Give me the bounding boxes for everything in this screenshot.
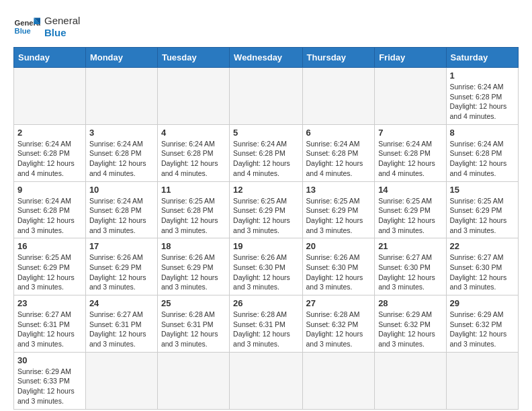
day-info: Sunrise: 6:25 AM Sunset: 6:29 PM Dayligh…	[233, 196, 298, 236]
calendar-cell: 24Sunrise: 6:27 AM Sunset: 6:31 PM Dayli…	[85, 295, 157, 353]
day-info: Sunrise: 6:27 AM Sunset: 6:31 PM Dayligh…	[89, 310, 154, 349]
calendar-cell: 25Sunrise: 6:28 AM Sunset: 6:31 PM Dayli…	[157, 295, 229, 353]
day-number: 12	[233, 185, 298, 195]
day-number: 8	[450, 128, 515, 138]
day-of-week-tuesday: Tuesday	[157, 48, 229, 68]
calendar-cell: 30Sunrise: 6:29 AM Sunset: 6:33 PM Dayli…	[14, 352, 86, 409]
calendar-week-0: 1Sunrise: 6:24 AM Sunset: 6:28 PM Daylig…	[14, 68, 519, 125]
calendar-cell: 2Sunrise: 6:24 AM Sunset: 6:28 PM Daylig…	[14, 124, 86, 181]
day-info: Sunrise: 6:26 AM Sunset: 6:29 PM Dayligh…	[89, 253, 154, 292]
day-info: Sunrise: 6:24 AM Sunset: 6:28 PM Dayligh…	[450, 139, 515, 179]
days-of-week-row: SundayMondayTuesdayWednesdayThursdayFrid…	[14, 48, 519, 68]
day-info: Sunrise: 6:25 AM Sunset: 6:29 PM Dayligh…	[450, 196, 515, 236]
day-number: 7	[378, 128, 442, 138]
day-number: 26	[233, 298, 298, 308]
day-info: Sunrise: 6:28 AM Sunset: 6:32 PM Dayligh…	[306, 310, 371, 349]
calendar-cell: 1Sunrise: 6:24 AM Sunset: 6:28 PM Daylig…	[446, 68, 518, 125]
day-number: 14	[378, 185, 442, 195]
calendar-cell: 20Sunrise: 6:26 AM Sunset: 6:30 PM Dayli…	[302, 238, 375, 295]
day-info: Sunrise: 6:27 AM Sunset: 6:30 PM Dayligh…	[378, 253, 442, 292]
calendar-week-5: 30Sunrise: 6:29 AM Sunset: 6:33 PM Dayli…	[14, 352, 519, 409]
day-info: Sunrise: 6:24 AM Sunset: 6:28 PM Dayligh…	[450, 82, 515, 122]
day-info: Sunrise: 6:25 AM Sunset: 6:29 PM Dayligh…	[17, 253, 82, 292]
calendar-cell	[375, 352, 446, 409]
calendar-cell	[157, 352, 229, 409]
calendar-cell: 26Sunrise: 6:28 AM Sunset: 6:31 PM Dayli…	[230, 295, 302, 353]
day-number: 17	[89, 241, 154, 251]
day-number: 19	[233, 241, 298, 251]
day-number: 18	[161, 241, 226, 251]
day-number: 11	[161, 185, 226, 195]
day-number: 22	[450, 241, 515, 251]
calendar-cell	[302, 352, 375, 409]
svg-text:Blue: Blue	[15, 27, 31, 35]
day-info: Sunrise: 6:24 AM Sunset: 6:28 PM Dayligh…	[89, 196, 154, 236]
calendar-week-1: 2Sunrise: 6:24 AM Sunset: 6:28 PM Daylig…	[14, 124, 519, 181]
calendar-cell	[375, 68, 446, 125]
day-number: 21	[378, 241, 442, 251]
calendar-header: SundayMondayTuesdayWednesdayThursdayFrid…	[14, 48, 519, 68]
day-info: Sunrise: 6:24 AM Sunset: 6:28 PM Dayligh…	[161, 139, 226, 179]
calendar-cell	[302, 68, 375, 125]
calendar-cell: 18Sunrise: 6:26 AM Sunset: 6:29 PM Dayli…	[157, 238, 229, 295]
day-info: Sunrise: 6:28 AM Sunset: 6:31 PM Dayligh…	[161, 310, 226, 349]
calendar-cell: 16Sunrise: 6:25 AM Sunset: 6:29 PM Dayli…	[14, 238, 86, 295]
calendar-cell: 9Sunrise: 6:24 AM Sunset: 6:28 PM Daylig…	[14, 181, 86, 238]
calendar-cell	[230, 352, 302, 409]
day-info: Sunrise: 6:26 AM Sunset: 6:29 PM Dayligh…	[161, 253, 226, 292]
day-of-week-thursday: Thursday	[302, 48, 375, 68]
header: General Blue General Blue	[13, 13, 519, 40]
calendar-week-4: 23Sunrise: 6:27 AM Sunset: 6:31 PM Dayli…	[14, 295, 519, 353]
day-of-week-saturday: Saturday	[446, 48, 518, 68]
day-info: Sunrise: 6:25 AM Sunset: 6:28 PM Dayligh…	[161, 196, 226, 236]
day-number: 9	[17, 185, 82, 195]
calendar-cell: 12Sunrise: 6:25 AM Sunset: 6:29 PM Dayli…	[230, 181, 302, 238]
calendar-cell: 14Sunrise: 6:25 AM Sunset: 6:29 PM Dayli…	[375, 181, 446, 238]
day-info: Sunrise: 6:24 AM Sunset: 6:28 PM Dayligh…	[378, 139, 442, 179]
calendar-cell: 17Sunrise: 6:26 AM Sunset: 6:29 PM Dayli…	[85, 238, 157, 295]
day-of-week-friday: Friday	[375, 48, 446, 68]
day-info: Sunrise: 6:25 AM Sunset: 6:29 PM Dayligh…	[378, 196, 442, 236]
day-info: Sunrise: 6:25 AM Sunset: 6:29 PM Dayligh…	[306, 196, 371, 236]
day-info: Sunrise: 6:24 AM Sunset: 6:28 PM Dayligh…	[233, 139, 298, 179]
day-number: 15	[450, 185, 515, 195]
calendar-cell: 29Sunrise: 6:29 AM Sunset: 6:32 PM Dayli…	[446, 295, 518, 353]
day-number: 5	[233, 128, 298, 138]
calendar-week-3: 16Sunrise: 6:25 AM Sunset: 6:29 PM Dayli…	[14, 238, 519, 295]
calendar-cell	[446, 352, 518, 409]
calendar-cell	[230, 68, 302, 125]
day-number: 24	[89, 298, 154, 308]
day-number: 2	[17, 128, 82, 138]
day-number: 6	[306, 128, 371, 138]
day-info: Sunrise: 6:24 AM Sunset: 6:28 PM Dayligh…	[17, 139, 82, 179]
day-of-week-sunday: Sunday	[14, 48, 86, 68]
day-number: 1	[450, 71, 515, 81]
day-info: Sunrise: 6:24 AM Sunset: 6:28 PM Dayligh…	[306, 139, 371, 179]
calendar-cell: 21Sunrise: 6:27 AM Sunset: 6:30 PM Dayli…	[375, 238, 446, 295]
calendar-cell	[85, 352, 157, 409]
day-number: 30	[17, 355, 82, 365]
day-info: Sunrise: 6:26 AM Sunset: 6:30 PM Dayligh…	[233, 253, 298, 292]
day-of-week-monday: Monday	[85, 48, 157, 68]
day-number: 25	[161, 298, 226, 308]
calendar-week-2: 9Sunrise: 6:24 AM Sunset: 6:28 PM Daylig…	[14, 181, 519, 238]
calendar: SundayMondayTuesdayWednesdayThursdayFrid…	[13, 47, 519, 410]
calendar-body: 1Sunrise: 6:24 AM Sunset: 6:28 PM Daylig…	[14, 68, 519, 410]
calendar-cell: 7Sunrise: 6:24 AM Sunset: 6:28 PM Daylig…	[375, 124, 446, 181]
day-info: Sunrise: 6:28 AM Sunset: 6:31 PM Dayligh…	[233, 310, 298, 349]
calendar-cell: 11Sunrise: 6:25 AM Sunset: 6:28 PM Dayli…	[157, 181, 229, 238]
calendar-cell: 22Sunrise: 6:27 AM Sunset: 6:30 PM Dayli…	[446, 238, 518, 295]
calendar-cell: 5Sunrise: 6:24 AM Sunset: 6:28 PM Daylig…	[230, 124, 302, 181]
calendar-cell: 10Sunrise: 6:24 AM Sunset: 6:28 PM Dayli…	[85, 181, 157, 238]
calendar-cell	[14, 68, 86, 125]
calendar-cell: 8Sunrise: 6:24 AM Sunset: 6:28 PM Daylig…	[446, 124, 518, 181]
day-info: Sunrise: 6:29 AM Sunset: 6:32 PM Dayligh…	[450, 310, 515, 349]
calendar-cell: 6Sunrise: 6:24 AM Sunset: 6:28 PM Daylig…	[302, 124, 375, 181]
day-number: 23	[17, 298, 82, 308]
calendar-cell: 4Sunrise: 6:24 AM Sunset: 6:28 PM Daylig…	[157, 124, 229, 181]
calendar-cell: 15Sunrise: 6:25 AM Sunset: 6:29 PM Dayli…	[446, 181, 518, 238]
calendar-cell: 13Sunrise: 6:25 AM Sunset: 6:29 PM Dayli…	[302, 181, 375, 238]
logo-icon: General Blue	[13, 13, 40, 40]
day-number: 16	[17, 241, 82, 251]
day-number: 28	[378, 298, 442, 308]
